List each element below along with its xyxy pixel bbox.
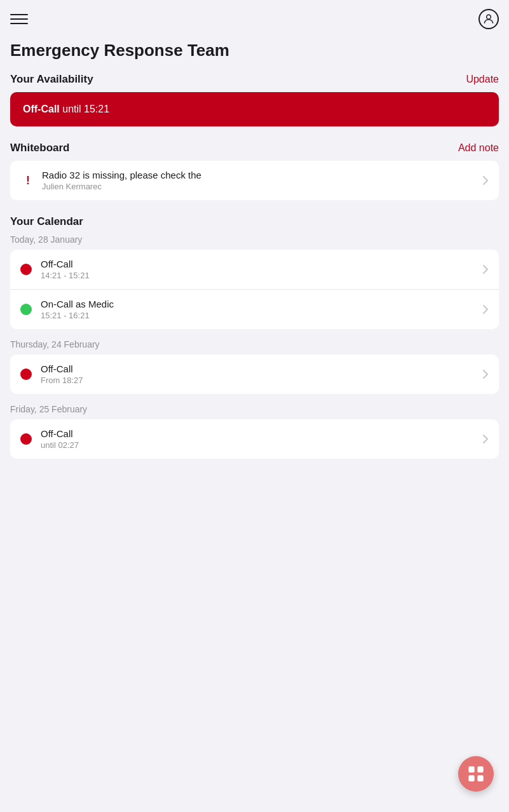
calendar-item[interactable]: On-Call as Medic 15:21 - 16:21: [10, 290, 499, 329]
chevron-right-icon: [482, 264, 489, 274]
status-dot-red: [20, 369, 32, 380]
status-dot-red: [20, 433, 32, 445]
page-title: Emergency Response Team: [0, 36, 509, 73]
event-time: until 02:27: [41, 440, 482, 450]
calendar-item[interactable]: Off-Call 14:21 - 15:21: [10, 250, 499, 290]
svg-rect-4: [477, 775, 483, 781]
availability-banner: Off-Call until 15:21: [10, 92, 499, 126]
event-name: On-Call as Medic: [41, 299, 482, 309]
update-button[interactable]: Update: [466, 74, 499, 85]
whiteboard-text-group: Radio 32 is missing, please check the Ju…: [42, 170, 482, 191]
event-time: From 18:27: [41, 376, 482, 385]
chevron-right-icon: [482, 175, 489, 186]
calendar-text-group: Off-Call until 02:27: [41, 428, 482, 450]
availability-section: Your Availability Update Off-Call until …: [0, 73, 509, 126]
whiteboard-section-header: Whiteboard Add note: [0, 142, 509, 161]
calendar-card-today: Off-Call 14:21 - 15:21 On-Call as Medic …: [10, 250, 499, 329]
exclamation-icon: !: [20, 173, 36, 188]
calendar-section-header: Your Calendar: [0, 215, 509, 234]
availability-section-title: Your Availability: [10, 73, 93, 86]
status-dot-green: [20, 304, 32, 315]
date-label-thursday: Thursday, 24 February: [0, 339, 509, 355]
calendar-card-thursday: Off-Call From 18:27: [10, 355, 499, 394]
calendar-section: Your Calendar Today, 28 January Off-Call…: [0, 215, 509, 459]
svg-rect-2: [477, 766, 483, 772]
calendar-text-group: On-Call as Medic 15:21 - 16:21: [41, 299, 482, 320]
date-label-friday: Friday, 25 February: [0, 404, 509, 419]
svg-rect-1: [468, 766, 474, 772]
calendar-card-friday: Off-Call until 02:27: [10, 419, 499, 459]
availability-status: Off-Call: [23, 104, 60, 114]
fab-button[interactable]: [458, 756, 494, 792]
whiteboard-message: Radio 32 is missing, please check the: [42, 170, 482, 180]
event-time: 15:21 - 16:21: [41, 311, 482, 320]
calendar-section-title: Your Calendar: [10, 215, 83, 228]
calendar-item[interactable]: Off-Call until 02:27: [10, 419, 499, 459]
availability-time: until 15:21: [60, 104, 109, 114]
header: [0, 0, 509, 36]
event-name: Off-Call: [41, 428, 482, 439]
calendar-item[interactable]: Off-Call From 18:27: [10, 355, 499, 394]
availability-section-header: Your Availability Update: [0, 73, 509, 92]
status-dot-red: [20, 264, 32, 275]
svg-point-0: [487, 15, 491, 19]
chevron-right-icon: [482, 304, 489, 315]
calendar-text-group: Off-Call 14:21 - 15:21: [41, 259, 482, 280]
whiteboard-author: Julien Kermarec: [42, 182, 482, 191]
whiteboard-section-title: Whiteboard: [10, 142, 70, 154]
menu-icon[interactable]: [10, 10, 28, 28]
add-note-button[interactable]: Add note: [458, 142, 499, 154]
calendar-text-group: Off-Call From 18:27: [41, 363, 482, 385]
chevron-right-icon: [482, 369, 489, 379]
whiteboard-item[interactable]: ! Radio 32 is missing, please check the …: [10, 161, 499, 200]
event-time: 14:21 - 15:21: [41, 271, 482, 280]
whiteboard-card: ! Radio 32 is missing, please check the …: [10, 161, 499, 200]
whiteboard-section: Whiteboard Add note ! Radio 32 is missin…: [0, 142, 509, 200]
user-icon[interactable]: [478, 9, 499, 29]
svg-rect-3: [468, 775, 474, 781]
date-label-today: Today, 28 January: [0, 234, 509, 250]
event-name: Off-Call: [41, 363, 482, 374]
chevron-right-icon: [482, 434, 489, 444]
event-name: Off-Call: [41, 259, 482, 269]
